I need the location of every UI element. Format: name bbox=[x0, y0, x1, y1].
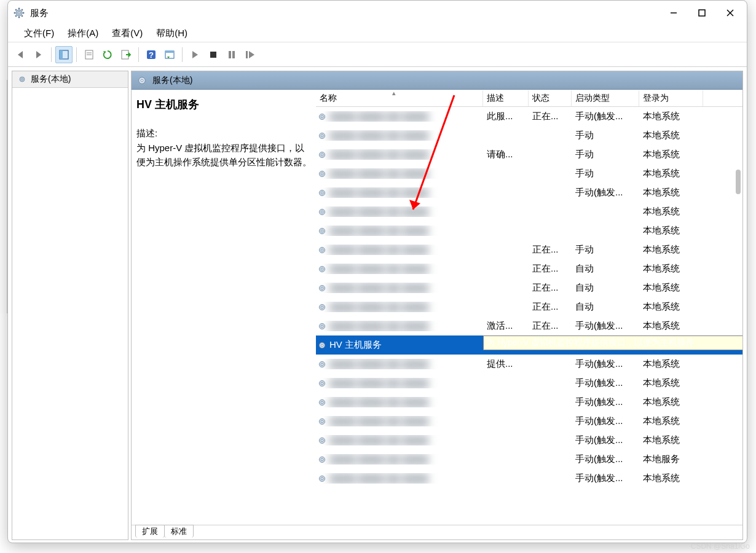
svg-line-6 bbox=[15, 9, 17, 10]
service-row[interactable]: ████ ████ ██ ████手动(触发...本地系统 bbox=[316, 469, 742, 488]
service-row[interactable]: ████ ████ ██ ████手动(触发...本地系统 bbox=[316, 393, 742, 412]
service-row[interactable]: ████ ████ ██ ████本地系统 bbox=[316, 202, 742, 221]
column-headers[interactable]: 名称 描述 状态 启动类型 登录为 ▴ bbox=[316, 90, 742, 107]
view-button[interactable] bbox=[161, 46, 178, 63]
col-name[interactable]: 名称 bbox=[316, 90, 483, 106]
cell-startup: 手动(触发... bbox=[572, 185, 639, 200]
titlebar[interactable]: 服务 bbox=[8, 1, 747, 25]
cell-startup: 自动 bbox=[572, 299, 639, 315]
svg-rect-15 bbox=[60, 50, 63, 59]
restart-service-button[interactable] bbox=[242, 46, 259, 63]
window-title: 服务 bbox=[30, 7, 49, 19]
svg-point-59 bbox=[321, 363, 323, 365]
pane-title: 服务(本地) bbox=[152, 75, 192, 86]
show-hide-tree-button[interactable] bbox=[55, 46, 73, 63]
svg-point-51 bbox=[321, 287, 323, 289]
cell-startup: 手动(触发... bbox=[572, 318, 639, 334]
menu-action[interactable]: 操作(A) bbox=[61, 26, 104, 41]
back-button[interactable] bbox=[12, 46, 29, 63]
service-row[interactable]: ████ ████ ██ ████手动(触发...本地系统 bbox=[316, 412, 742, 431]
refresh-button[interactable] bbox=[99, 46, 116, 63]
service-row[interactable]: ████ ████ ██ ████正在...手动本地系统 bbox=[316, 240, 742, 259]
tooltip: 为 Hyper-V 虚拟机监控程序提供接口，以便为主机操作 bbox=[483, 335, 742, 350]
cell-logon: 本地系统 bbox=[639, 147, 703, 162]
cell-status bbox=[529, 401, 572, 404]
service-name: ████ ████ ██ ████ bbox=[329, 359, 428, 369]
tree-pane[interactable]: 服务(本地) bbox=[12, 71, 128, 540]
cell-desc: 提供... bbox=[483, 356, 529, 372]
col-description[interactable]: 描述 bbox=[483, 90, 529, 106]
properties-button[interactable] bbox=[81, 46, 98, 63]
cell-startup bbox=[572, 229, 639, 233]
export-button[interactable] bbox=[117, 46, 135, 63]
cell-status bbox=[529, 210, 572, 214]
cell-desc bbox=[483, 305, 529, 309]
tabstrip: 扩展 标准 bbox=[132, 525, 742, 539]
service-row[interactable]: ████ ████ ██ ████手动本地系统 bbox=[316, 126, 742, 145]
svg-point-41 bbox=[321, 192, 323, 194]
service-row[interactable]: ████ ████ ██ ████正在...自动本地系统 bbox=[316, 259, 742, 278]
cell-startup: 自动 bbox=[572, 261, 639, 276]
svg-point-71 bbox=[321, 477, 323, 479]
svg-point-67 bbox=[321, 439, 323, 441]
svg-point-69 bbox=[321, 458, 323, 460]
close-button[interactable] bbox=[716, 1, 744, 25]
tree-root-item[interactable]: 服务(本地) bbox=[12, 71, 128, 88]
service-row[interactable]: ████ ████ ██ ████手动(触发...本地服务 bbox=[316, 450, 742, 469]
stop-service-button[interactable] bbox=[205, 46, 222, 63]
cell-status: 正在... bbox=[529, 242, 572, 257]
cell-startup: 手动(触发... bbox=[572, 433, 639, 448]
service-row[interactable]: HV 主机服务为 Hyper-V 虚拟机监控程序提供接口，以便为主机操作 bbox=[316, 335, 742, 355]
service-row[interactable]: ████ ████ ██ ████此服...正在...手动(触发...本地系统 bbox=[316, 107, 742, 126]
minimize-button[interactable] bbox=[660, 1, 688, 25]
cell-status bbox=[529, 439, 572, 442]
cell-desc bbox=[483, 191, 529, 195]
cell-startup: 手动(触发... bbox=[572, 471, 639, 486]
service-row[interactable]: ████ ████ ██ ████手动(触发...本地系统 bbox=[316, 183, 742, 202]
service-row[interactable]: ████ ████ ██ ████正在...自动本地系统 bbox=[316, 278, 742, 297]
svg-text:?: ? bbox=[149, 50, 154, 60]
service-row[interactable]: ████ ████ ██ ████手动(触发...本地系统 bbox=[316, 431, 742, 450]
menu-view[interactable]: 查看(V) bbox=[106, 26, 149, 41]
tab-standard[interactable]: 标准 bbox=[164, 525, 194, 538]
svg-line-9 bbox=[22, 9, 23, 10]
cell-startup: 手动 bbox=[572, 166, 639, 181]
scrollbar-thumb[interactable] bbox=[736, 170, 741, 194]
help-button[interactable]: ? bbox=[143, 46, 160, 63]
service-row[interactable]: ████ ████ ██ ████请确...手动本地系统 bbox=[316, 145, 742, 164]
tab-extended[interactable]: 扩展 bbox=[135, 525, 165, 538]
cell-startup: 自动 bbox=[572, 280, 639, 296]
service-name: ████ ████ ██ ████ bbox=[329, 454, 428, 465]
svg-point-31 bbox=[141, 79, 143, 82]
start-service-button[interactable] bbox=[186, 46, 203, 63]
col-startup-type[interactable]: 启动类型 bbox=[572, 90, 639, 106]
service-row[interactable]: ████ ████ ██ ████手动本地系统 bbox=[316, 164, 742, 183]
service-row[interactable]: ████ ████ ██ ████激活...正在...手动(触发...本地系统 bbox=[316, 316, 742, 335]
service-row[interactable]: ████ ████ ██ ████本地系统 bbox=[316, 221, 742, 240]
service-name-heading: HV 主机服务 bbox=[136, 97, 313, 112]
cell-logon: 本地系统 bbox=[639, 280, 703, 296]
svg-point-39 bbox=[321, 173, 323, 175]
service-list[interactable]: 名称 描述 状态 启动类型 登录为 ▴ ████ ████ ██ ████此服.… bbox=[316, 90, 742, 525]
cell-status: 正在... bbox=[529, 318, 572, 334]
cell-startup: 手动 bbox=[572, 147, 639, 162]
watermark: CSDN @Sna1lGo bbox=[691, 542, 750, 551]
cell-status bbox=[529, 363, 572, 366]
cell-status: 正在... bbox=[529, 280, 572, 296]
menubar: 文件(F) 操作(A) 查看(V) 帮助(H) bbox=[8, 25, 747, 42]
col-status[interactable]: 状态 bbox=[529, 90, 572, 106]
cell-startup: 手动(触发... bbox=[572, 356, 639, 372]
svg-point-33 bbox=[321, 116, 323, 117]
cell-startup: 手动(触发... bbox=[572, 375, 639, 391]
service-row[interactable]: ████ ████ ██ ████提供...手动(触发...本地系统 bbox=[316, 355, 742, 374]
main-pane: 服务(本地) HV 主机服务 描述: 为 Hyper-V 虚拟机监控程序提供接口… bbox=[131, 71, 743, 540]
maximize-button[interactable] bbox=[688, 1, 716, 25]
col-logon-as[interactable]: 登录为 bbox=[639, 90, 703, 106]
menu-file[interactable]: 文件(F) bbox=[18, 26, 60, 41]
pause-service-button[interactable] bbox=[223, 46, 240, 63]
forward-button[interactable] bbox=[30, 46, 47, 63]
service-row[interactable]: ████ ████ ██ ████正在...自动本地系统 bbox=[316, 297, 742, 316]
menu-help[interactable]: 帮助(H) bbox=[150, 26, 194, 41]
service-row[interactable]: ████ ████ ██ ████手动(触发...本地系统 bbox=[316, 374, 742, 393]
cell-logon: 本地系统 bbox=[639, 299, 703, 315]
